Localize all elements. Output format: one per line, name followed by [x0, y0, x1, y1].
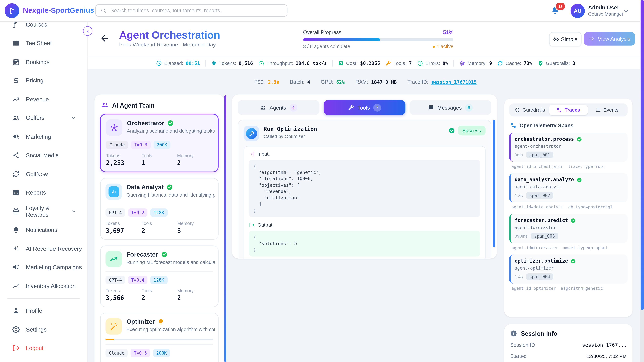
page-header: Agent Orchestration Peak Weekend Revenue… [87, 21, 644, 57]
sidebar-item-social-media[interactable]: Social Media [0, 146, 87, 165]
session-row-id: Session IDsession_1767... [510, 342, 627, 348]
sidebar-item-tee-sheet[interactable]: Tee Sheet [0, 34, 87, 52]
span-card[interactable]: optimizer.optimize agent-optimizer 1.4s … [509, 254, 628, 284]
agent-card-data-analyst[interactable]: Data Analyst Querying historical data an… [100, 178, 218, 240]
sidebar-item-profile[interactable]: Profile [0, 302, 87, 320]
session-row-started: Started12/30/25, 7:02 PM [510, 354, 627, 359]
span-card[interactable]: orchestrator.process agent-orchestrator … [509, 133, 628, 162]
megaphone-icon [12, 133, 20, 140]
wrench-icon [348, 104, 354, 111]
trace-id-link[interactable]: session_17671015 [431, 79, 477, 85]
trending-up-icon [109, 254, 118, 264]
output-label: Output: [258, 222, 274, 228]
workspace-tabs: Agents 4 Tools 7 Messages 6 [238, 100, 491, 115]
overall-progress: Overall Progress 51% 3 / 6 agents comple… [303, 29, 453, 49]
sidebar-item-golfnow[interactable]: GolfNow [0, 165, 87, 183]
observability-panel: Guardrails Traces Events OpenTelemetry S… [504, 98, 632, 317]
temperature-badge: T=0.3 [131, 141, 150, 149]
output-icon [249, 222, 254, 228]
agent-team-header: AI Agent Team [101, 101, 218, 109]
sidebar-item-golfers[interactable]: Golfers [0, 109, 87, 127]
status-badge: Success [458, 125, 486, 135]
back-button[interactable] [100, 33, 110, 44]
runtime-metrics: P99:2.3s Batch:4 GPU:62% RAM:1847.0 MB T… [87, 78, 644, 86]
search-icon [100, 7, 106, 13]
span-card[interactable]: forecaster.predict agent-forecaster 890m… [509, 214, 628, 243]
sidebar-item-loyalty-rewards[interactable]: Loyalty & Rewards [0, 202, 87, 221]
agent-list-scrollbar[interactable] [224, 95, 226, 362]
span-card[interactable]: data_analyst.analyze agent-data-analyst … [509, 173, 628, 202]
tool-io-card: Input: { "algorithm": "genetic", "iterat… [244, 146, 485, 259]
sidebar-item-courses[interactable]: Courses [0, 21, 87, 34]
refresh-icon [498, 60, 503, 66]
agent-stat-tokens: Tokens3,566 [106, 288, 142, 302]
sidebar-item-marketing[interactable]: Marketing [0, 127, 87, 146]
agent-card-orchestrator[interactable]: Orchestrator Analyzing scenario and dele… [100, 114, 218, 172]
agent-stat-tokens: Tokens3,697 [106, 221, 142, 234]
tab-tools[interactable]: Tools 7 [324, 100, 405, 115]
view-analysis-button[interactable]: View Analysis [584, 32, 635, 45]
tab-traces[interactable]: Traces [549, 105, 588, 115]
active-agents: ● 1 active [432, 43, 453, 49]
sidebar-item-ai-revenue-recovery[interactable]: AI Revenue Recovery [0, 239, 87, 258]
tool-call-caller: Called by Optimizer [264, 134, 317, 139]
span-id-badge: span_004 [526, 273, 554, 280]
top-bar: Nexgile-SportGenius 13 AU Admin User Cou… [0, 0, 644, 22]
sidebar-item-settings[interactable]: Settings [0, 320, 87, 339]
sidebar-item-logout[interactable]: Logout [0, 339, 87, 358]
tab-messages[interactable]: Messages 6 [410, 100, 491, 115]
context-badge: 200K [154, 141, 170, 149]
calendar-icon [12, 58, 20, 65]
span-id-badge: span_001 [526, 151, 554, 158]
tab-count-badge: 6 [465, 104, 473, 111]
tab-guardrails[interactable]: Guardrails [510, 105, 549, 115]
shield-icon [538, 60, 543, 66]
agent-card-forecaster[interactable]: Forecaster Running ML forecast models an… [100, 245, 218, 307]
session-info-header: Session Info [510, 330, 627, 337]
workspace-scrollbar[interactable] [493, 120, 496, 247]
span-service: agent-forecaster [515, 225, 624, 230]
sync-icon [12, 170, 20, 178]
bar-chart-icon [110, 188, 117, 195]
sidebar-item-bookings[interactable]: Bookings [0, 52, 87, 71]
sidebar-collapse-button[interactable] [83, 26, 92, 36]
window-scrollbar[interactable] [640, 0, 644, 362]
gift-icon [12, 208, 20, 215]
user-menu-chevron[interactable] [623, 8, 629, 14]
brand-name: Nexgile-SportGenius [23, 6, 94, 15]
simple-toggle-button[interactable]: Simple [549, 32, 582, 46]
metric-ram: RAM:1847.0 MB [355, 79, 397, 85]
span-duration: 1.3s [515, 193, 523, 198]
tool-icon [246, 128, 257, 139]
shield-icon [514, 107, 520, 113]
brand-logo[interactable] [4, 3, 19, 18]
person-icon [12, 307, 20, 314]
sidebar-item-notifications[interactable]: Notifications [0, 221, 87, 239]
check-circle-icon [570, 258, 576, 264]
tab-events[interactable]: Events [588, 105, 626, 115]
tab-agents[interactable]: Agents 4 [238, 100, 320, 115]
sidebar-item-revenue[interactable]: Revenue [0, 90, 87, 108]
progress-label: Overall Progress [303, 29, 341, 35]
metric-cost: Cost:$0.2855 [338, 60, 380, 66]
agent-progress-bar [106, 339, 213, 340]
span-duration: 0ms [515, 152, 523, 157]
tool-call-name: Run Optimization [264, 125, 317, 132]
metric-errors: Errors:0% [417, 60, 448, 66]
golf-flag-icon [12, 21, 20, 28]
sidebar-item-reports[interactable]: Reports [0, 183, 87, 202]
search-bar[interactable] [95, 4, 288, 17]
avatar[interactable]: AU [570, 4, 585, 18]
search-input[interactable] [110, 7, 282, 14]
context-badge: 128K [150, 209, 167, 217]
model-badge: Claude [106, 349, 128, 357]
agent-desc: Querying historical data and identifying… [126, 192, 215, 198]
sidebar-item-pricing[interactable]: Pricing [0, 71, 87, 90]
sidebar-item-marketing-campaigns[interactable]: Marketing Campaigns [0, 258, 87, 277]
page-subtitle: Peak Weekend Revenue - Memorial Day [119, 41, 216, 48]
cost-icon [338, 60, 344, 66]
sidebar-item-inventory-allocation[interactable]: Inventory Allocation [0, 277, 87, 295]
model-badge: GPT-4 [106, 276, 125, 284]
notifications-button[interactable]: 13 [551, 6, 562, 16]
agent-card-optimizer[interactable]: Optimizer Executing optimization algorit… [100, 313, 218, 362]
